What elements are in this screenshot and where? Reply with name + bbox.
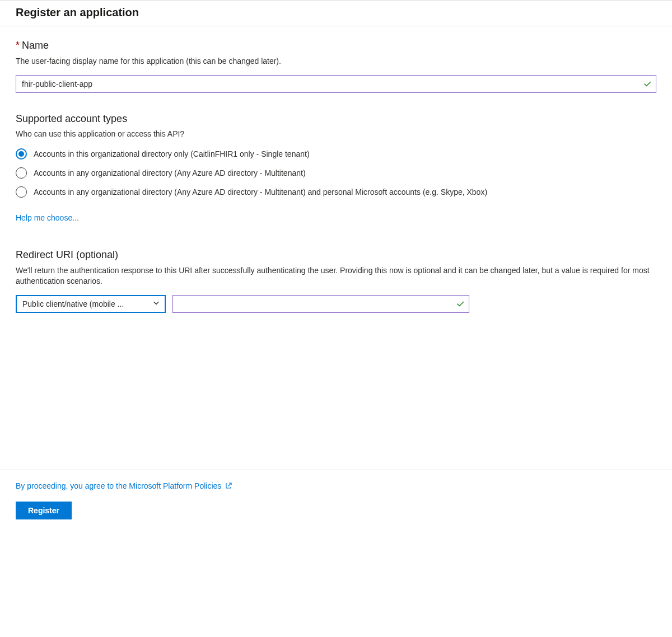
account-type-option-multitenant-personal[interactable]: Accounts in any organizational directory… [16,186,656,198]
platform-policies-link[interactable]: By proceeding, you agree to the Microsof… [16,481,221,490]
name-section: *Name The user-facing display name for t… [16,40,656,93]
register-button[interactable]: Register [16,502,72,519]
footer: By proceeding, you agree to the Microsof… [0,470,672,542]
radio-icon [16,148,27,160]
account-type-option-multitenant[interactable]: Accounts in any organizational directory… [16,167,656,179]
account-types-section: Supported account types Who can use this… [16,113,656,222]
name-input[interactable] [16,75,656,93]
radio-icon [16,186,27,198]
account-types-description: Who can use this application or access t… [16,129,656,138]
redirect-uri-description: We'll return the authentication response… [16,265,656,287]
redirect-platform-selected-text: Public client/native (mobile ... [22,299,124,308]
redirect-uri-section: Redirect URI (optional) We'll return the… [16,249,656,313]
radio-icon [16,167,27,179]
chevron-down-icon [152,299,160,308]
radio-label: Accounts in any organizational directory… [34,168,306,177]
account-types-title: Supported account types [16,113,656,125]
radio-label: Accounts in this organizational director… [34,149,310,158]
page-header: Register an application [0,1,672,26]
account-type-option-single-tenant[interactable]: Accounts in this organizational director… [16,148,656,160]
name-section-title: *Name [16,40,656,51]
redirect-platform-select[interactable]: Public client/native (mobile ... [16,295,166,313]
page-title: Register an application [16,6,672,19]
name-label: Name [22,40,49,51]
redirect-uri-input[interactable] [172,295,469,313]
help-me-choose-link[interactable]: Help me choose... [16,213,79,222]
name-description: The user-facing display name for this ap… [16,56,656,67]
account-types-radio-group: Accounts in this organizational director… [16,148,656,198]
required-indicator: * [16,40,20,51]
radio-label: Accounts in any organizational directory… [34,188,487,196]
redirect-uri-title: Redirect URI (optional) [16,249,656,261]
external-link-icon [225,482,232,490]
